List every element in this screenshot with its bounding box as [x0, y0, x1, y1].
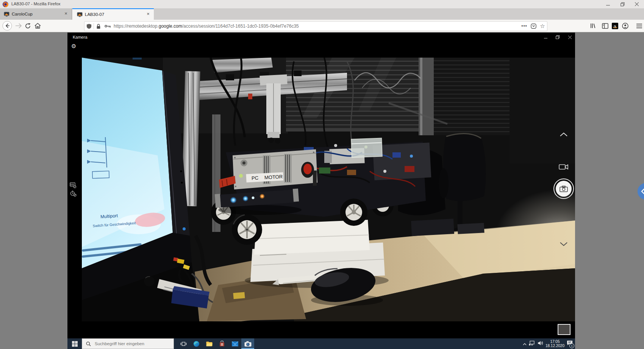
window-close-button[interactable] [630, 0, 643, 8]
task-view-button[interactable] [177, 338, 190, 349]
system-tray: 17:05 18.12.2020 1 [523, 338, 573, 349]
search-icon [86, 341, 91, 346]
search-input[interactable] [94, 341, 171, 346]
remote-desktop-favicon [77, 12, 83, 17]
bookmark-star-icon[interactable]: ☆ [538, 22, 547, 31]
webcam-photo[interactable]: Multiport Switch für Geschwindigkeit [82, 58, 575, 321]
capture-photo-button[interactable] [553, 178, 574, 199]
camera-restore-button[interactable] [552, 34, 563, 40]
edge-browser-icon[interactable] [190, 338, 203, 349]
wheel [232, 214, 262, 245]
permission-key-icon[interactable] [103, 22, 112, 31]
timer-off-icon[interactable] [70, 191, 77, 198]
tab-close-icon[interactable]: × [145, 11, 152, 18]
mail-icon[interactable] [228, 338, 241, 349]
notification-badge: 1 [569, 343, 574, 348]
window-title: LAB30-07 - Mozilla Firefox [11, 2, 61, 6]
volume-icon[interactable] [538, 340, 543, 347]
wheel [340, 199, 367, 226]
camera-app-taskbar-button[interactable] [241, 338, 254, 349]
page-actions-icon[interactable]: ••• [520, 22, 529, 31]
panel-label-pc: PC [252, 175, 259, 181]
url-path: /access/session/1164d7cf-1651-1dc0-1935-… [182, 23, 299, 29]
library-icon[interactable] [587, 20, 599, 31]
amazon-extension-icon[interactable]: a [609, 20, 621, 31]
url-bar[interactable]: https://remotedesktop.google.com/access/… [84, 21, 547, 31]
action-center-icon[interactable]: 1 [567, 340, 573, 347]
storage-box [351, 138, 382, 158]
windows-taskbar: 17:05 18.12.2020 1 [67, 338, 575, 349]
tray-expand-chevron-icon[interactable] [523, 340, 527, 347]
panel-label-motor: MOTOR [264, 174, 283, 180]
settings-gear-icon[interactable]: ⚙ [71, 43, 76, 49]
hdr-off-icon[interactable] [70, 182, 77, 190]
tab-lab30-07[interactable]: LAB30-07 × [72, 8, 154, 20]
firefox-logo-icon [2, 1, 9, 8]
pocket-icon[interactable] [529, 22, 538, 31]
mode-up-chevron-icon[interactable] [560, 131, 568, 138]
camera-app-title: Kamera [73, 35, 88, 39]
account-icon[interactable] [619, 20, 631, 31]
url-prefix: https://remotedesktop. [114, 23, 159, 29]
video-mode-icon[interactable] [559, 164, 569, 172]
store-icon[interactable] [216, 338, 228, 349]
network-icon[interactable] [529, 340, 535, 347]
window-minimize-button[interactable] [602, 0, 614, 8]
firefox-titlebar: LAB30-07 - Mozilla Firefox [0, 0, 644, 8]
clock-date: 18.12.2020 [546, 344, 564, 348]
camera-glyph-icon [560, 186, 568, 192]
menu-hamburger-icon[interactable] [633, 20, 644, 31]
lock-icon[interactable] [94, 22, 103, 31]
last-photo-thumbnail[interactable] [558, 324, 571, 335]
taskbar-search-box[interactable] [82, 338, 174, 349]
url-text[interactable]: https://remotedesktop.google.com/access/… [114, 23, 520, 29]
emergency-stop-button [303, 164, 312, 174]
camera-close-button[interactable] [564, 34, 575, 40]
tab-carolocup[interactable]: CaroloCup × [0, 8, 72, 20]
url-domain: google.com [159, 23, 182, 29]
mode-down-chevron-icon[interactable] [560, 241, 568, 248]
remote-desktop-favicon [4, 12, 9, 17]
tab-label: LAB30-07 [85, 12, 145, 17]
start-button[interactable] [67, 338, 82, 349]
camera-minimize-button[interactable] [540, 34, 551, 40]
tab-close-icon[interactable]: × [63, 11, 69, 17]
tab-label: CaroloCup [12, 12, 63, 16]
window-blinds [286, 58, 510, 135]
capture-button-disc [556, 181, 572, 197]
robot-front-panel: PC MOTOR [233, 149, 317, 189]
clock-time: 17:05 [546, 340, 564, 344]
window-restore-button[interactable] [616, 0, 629, 8]
file-explorer-icon[interactable] [203, 338, 216, 349]
taskbar-clock[interactable]: 17:05 18.12.2020 [546, 340, 564, 348]
back-button[interactable] [2, 20, 13, 31]
tracking-protection-shield-icon[interactable] [84, 22, 94, 31]
home-button[interactable] [32, 20, 43, 31]
tab-strip: CaroloCup × LAB30-07 × + [0, 8, 644, 20]
remote-desktop-viewport[interactable]: Kamera ⚙ [67, 33, 575, 349]
